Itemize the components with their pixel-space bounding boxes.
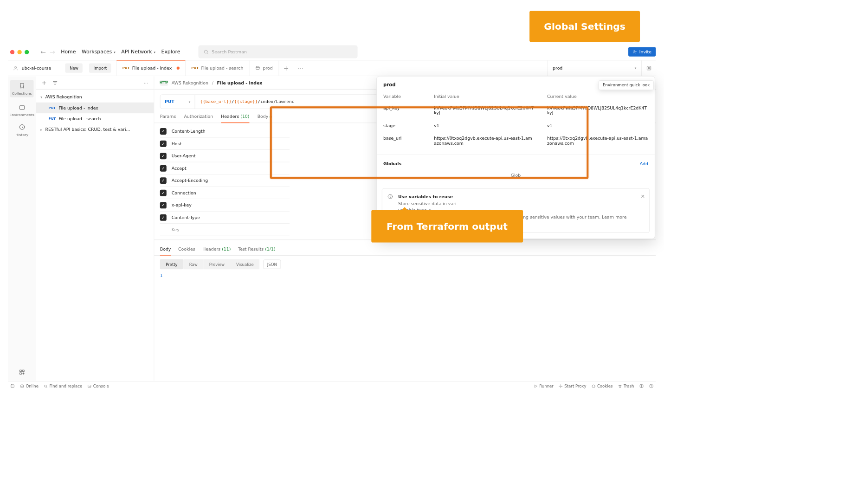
- checkbox-icon[interactable]: ✓: [160, 153, 167, 159]
- plus-icon[interactable]: [41, 80, 47, 85]
- checkbox-icon[interactable]: ✓: [160, 189, 167, 196]
- checkbox-icon[interactable]: ✓: [160, 140, 167, 147]
- checkbox-icon[interactable]: ✓: [160, 214, 167, 220]
- col-initial: Initial value: [427, 91, 541, 104]
- back-button[interactable]: ←: [40, 48, 46, 55]
- start-proxy-button[interactable]: Start Proxy: [559, 384, 587, 388]
- help-icon[interactable]: [649, 384, 654, 388]
- rail-collections[interactable]: Collections: [10, 80, 34, 97]
- svg-point-5: [648, 67, 650, 69]
- svg-point-1: [634, 51, 635, 52]
- header-row-empty[interactable]: Key: [160, 224, 290, 236]
- add-global-link[interactable]: Add: [640, 162, 648, 167]
- import-button[interactable]: Import: [89, 64, 111, 73]
- rail-label: Collections: [12, 91, 32, 96]
- sidebar-more-icon[interactable]: ⋯: [144, 80, 149, 85]
- cookies-button[interactable]: Cookies: [591, 384, 612, 388]
- header-row[interactable]: ✓Content-Length: [160, 125, 290, 138]
- header-key: User-Agent: [172, 153, 196, 158]
- view-visualize[interactable]: Visualize: [231, 259, 260, 269]
- header-key: Connection: [172, 190, 196, 195]
- view-pretty[interactable]: Pretty: [160, 259, 183, 269]
- view-raw[interactable]: Raw: [183, 259, 203, 269]
- workspace-selector[interactable]: ubc-ai-course New Import: [8, 60, 116, 76]
- rail-configure[interactable]: [19, 369, 25, 376]
- search-input[interactable]: Search Postman: [198, 45, 357, 58]
- folder-restful-basics[interactable]: ▸ RESTful API basics: CRUD, test & vari.…: [36, 124, 154, 135]
- nav-workspaces[interactable]: Workspaces: [82, 49, 116, 54]
- method-label: PUT: [165, 99, 174, 104]
- filter-icon[interactable]: [52, 80, 58, 85]
- rail-history[interactable]: History: [8, 123, 36, 136]
- checkbox-icon[interactable]: ✓: [160, 177, 167, 184]
- breadcrumb-parent[interactable]: AWS Rekognition: [172, 80, 208, 85]
- tab-overflow-button[interactable]: ⋯: [293, 60, 308, 76]
- svg-point-2: [15, 66, 17, 68]
- tab-params[interactable]: Params: [160, 114, 176, 123]
- ql-row-api-key[interactable]: api_keykVVeokFwia5FMYdD8WLJ82SUL4q1kcrE2…: [377, 103, 655, 119]
- url-var-stage: {{stage}}: [234, 99, 258, 104]
- checkbox-icon[interactable]: ✓: [160, 128, 167, 135]
- sidebar-toggle-icon[interactable]: [10, 384, 15, 388]
- person-plus-icon: [633, 50, 637, 54]
- rail-environments[interactable]: Environments: [8, 104, 36, 117]
- nav-explore[interactable]: Explore: [161, 49, 180, 54]
- eye-icon: [645, 65, 652, 71]
- ql-variables-table: Variable Initial value Current value api…: [377, 91, 655, 150]
- tab-body[interactable]: Body: [258, 114, 272, 123]
- ql-row-base-url[interactable]: base_urlhttps://0txoq2dgvb.execute-api.u…: [377, 132, 655, 149]
- request-file-upload-index[interactable]: PUT File upload - index: [36, 103, 154, 113]
- tab-authorization[interactable]: Authorization: [184, 114, 213, 123]
- invite-button[interactable]: Invite: [628, 47, 656, 56]
- restab-headers[interactable]: Headers (11): [202, 246, 231, 255]
- header-key-placeholder: Key: [172, 227, 180, 232]
- environment-quick-look-button[interactable]: [641, 60, 656, 76]
- ql-row-stage[interactable]: stagev1v1: [377, 119, 655, 132]
- console-toggle[interactable]: Console: [87, 384, 109, 388]
- header-row[interactable]: ✓Accept: [160, 162, 290, 174]
- find-replace[interactable]: Find and replace: [44, 384, 82, 388]
- method-selector[interactable]: PUT ▾: [161, 95, 195, 109]
- new-tab-button[interactable]: +: [279, 60, 293, 76]
- checkbox-icon[interactable]: ✓: [160, 165, 167, 171]
- new-button[interactable]: New: [65, 64, 83, 73]
- nav-api-network[interactable]: API Network: [121, 49, 155, 54]
- header-row[interactable]: ✓x-api-key: [160, 199, 290, 212]
- nav-home[interactable]: Home: [61, 49, 76, 54]
- close-hint-button[interactable]: ✕: [641, 193, 645, 201]
- svg-rect-4: [647, 66, 651, 70]
- unsaved-indicator-icon: [176, 67, 179, 70]
- forward-button[interactable]: →: [50, 48, 55, 55]
- view-preview[interactable]: Preview: [203, 259, 230, 269]
- header-row[interactable]: ✓User-Agent: [160, 150, 290, 162]
- svg-rect-12: [11, 385, 14, 388]
- environment-selector[interactable]: prod ▾: [547, 60, 641, 76]
- header-row[interactable]: ✓Accept-Encoding: [160, 174, 290, 187]
- header-row[interactable]: ✓Content-Type: [160, 212, 290, 224]
- tab-file-upload-index[interactable]: PUT File upload - index: [116, 60, 186, 76]
- request-file-upload-search[interactable]: PUT File upload - search: [36, 113, 154, 124]
- checkbox-icon[interactable]: ✓: [160, 202, 167, 208]
- status-online[interactable]: Online: [20, 384, 39, 388]
- header-row[interactable]: ✓Host: [160, 137, 290, 150]
- response-format-select[interactable]: JSON: [263, 259, 281, 269]
- header-row[interactable]: ✓Connection: [160, 187, 290, 199]
- url-var-base: {{base_url}}: [200, 99, 232, 104]
- method-badge: PUT: [122, 66, 130, 70]
- svg-point-13: [20, 384, 24, 388]
- svg-point-19: [650, 384, 653, 388]
- tab-headers[interactable]: Headers (10): [221, 114, 249, 123]
- trash-button[interactable]: Trash: [618, 384, 634, 388]
- tab-env-prod[interactable]: prod: [250, 60, 279, 76]
- folder-aws-rekognition[interactable]: ▾ AWS Rekognition: [36, 91, 154, 102]
- invite-label: Invite: [639, 49, 651, 54]
- tab-file-upload-search[interactable]: PUT File upload - search: [186, 60, 250, 76]
- rail-label: History: [15, 132, 28, 136]
- header-key: Content-Length: [172, 129, 206, 134]
- restab-cookies[interactable]: Cookies: [178, 246, 195, 255]
- runner-button[interactable]: Runner: [534, 384, 554, 388]
- http-badge-icon: HTTP: [160, 80, 168, 85]
- restab-body[interactable]: Body: [160, 246, 171, 255]
- restab-tests[interactable]: Test Results (1/1): [238, 246, 276, 255]
- two-pane-icon[interactable]: [639, 384, 644, 388]
